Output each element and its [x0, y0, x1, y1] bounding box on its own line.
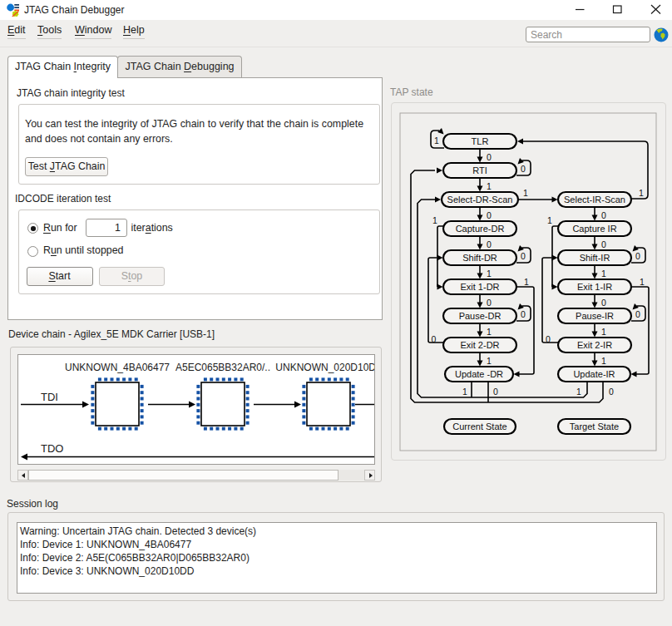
edge-shiftir-self: 0 [635, 251, 640, 261]
state-capture-ir-label: Capture IR [572, 224, 616, 234]
iterations-pre: iter [131, 222, 146, 234]
test-btn-rest: TAG Chain [55, 160, 105, 172]
stop-btn-pre: S [121, 270, 128, 282]
iterations-label: iterations [131, 222, 173, 234]
menu-window[interactable]: Window [75, 24, 111, 39]
run-until-stopped-radio[interactable] [27, 246, 38, 257]
menu-edit[interactable]: Edit [7, 24, 26, 39]
log-line: Warning: Uncertain JTAG chain. Detected … [20, 525, 656, 538]
edge-seldr-selir: 1 [523, 188, 528, 198]
session-log-area[interactable]: Warning: Uncertain JTAG chain. Detected … [17, 522, 657, 594]
run-until-rest: n until stopped [57, 244, 124, 256]
device-chain-scrollbar[interactable] [17, 470, 375, 481]
stop-btn-rest: op [131, 270, 142, 282]
state-update-dr-label: Update -DR [455, 369, 503, 379]
edge-pauseir-self: 0 [635, 309, 640, 319]
legend-target-state-label: Target State [570, 421, 619, 431]
state-select-dr-scan-label: Select-DR-Scan [447, 195, 513, 205]
edge-capdr-shiftdr: 0 [487, 239, 492, 249]
menu-help-rest: elp [131, 24, 145, 36]
state-select-ir-scan-label: Select-IR-Scan [564, 195, 625, 205]
test-btn-pre: Test [28, 160, 50, 172]
globe-icon[interactable] [654, 27, 669, 42]
window-title: JTAG Chain Debugger [24, 4, 125, 16]
scroll-right-icon [369, 473, 373, 478]
tap-state-groupbox: TLR RTI Select-DR-Scan Select-IR-Scan Ca… [391, 102, 666, 461]
tab-debugging-pre: JTAG Chain [125, 61, 184, 72]
tab-integrity-pre: JTAG Chain [15, 61, 74, 72]
edge-capir-shiftir: 0 [601, 239, 606, 249]
test-jtag-chain-button[interactable]: Test JTAG Chain [25, 157, 108, 176]
edge-exit2ir-shiftir: 0 [546, 334, 551, 344]
maximize-icon[interactable] [604, 0, 625, 20]
device-chain-section-label: Device chain - Agilex_5E MDK Carrier [US… [8, 328, 215, 340]
edge-updir-zero: 0 [609, 387, 614, 397]
tdi-label: TDI [41, 391, 58, 403]
tab-integrity-rest: ntegrity [77, 61, 111, 72]
device-chain-groupbox: UNKNOWN_4BA06477 A5EC065BB32AR0/.. UNKNO… [10, 347, 382, 482]
tab-jtag-chain-debugging[interactable]: JTAG Chain Debugging [117, 56, 242, 77]
device-chip[interactable] [196, 377, 249, 430]
edge-selir-capir: 0 [601, 210, 606, 220]
edge-selir-tlr: 1 [639, 188, 644, 198]
start-button[interactable]: Start [27, 267, 93, 286]
run-for-radio[interactable] [27, 223, 38, 234]
scroll-left-icon [22, 473, 25, 478]
state-shift-ir-label: Shift-IR [580, 253, 610, 263]
scrollbar-left-button[interactable] [17, 470, 28, 481]
title-bar: JTAG Chain Debugger [0, 0, 672, 20]
idcode-test-groupbox: Run for iterations Run until stopped Sta… [18, 209, 380, 294]
edge-updir-one: 1 [576, 387, 581, 397]
edge-pauseir-exit2ir: 1 [601, 327, 606, 337]
state-tlr-label: TLR [472, 136, 489, 146]
menu-bar: Edit Tools Window Help [0, 20, 672, 47]
state-shift-dr-label: Shift-DR [462, 253, 497, 263]
run-until-pre: R [43, 244, 51, 256]
scrollbar-right-button[interactable] [364, 470, 375, 481]
device-chip[interactable] [91, 377, 143, 430]
close-icon[interactable] [642, 0, 664, 20]
state-exit2-ir-label: Exit 2-IR [577, 340, 612, 350]
state-pause-ir-label: Pause-IR [576, 311, 614, 321]
edge-rti-self: 0 [521, 164, 526, 174]
tap-state-section-label: TAP state [390, 86, 433, 98]
minimize-icon[interactable] [566, 0, 587, 20]
device-3-name: UNKNOWN_020D10DD [275, 362, 374, 373]
tap-state-labels: TLR RTI Select-DR-Scan Select-IR-Scan Ca… [447, 136, 625, 431]
tdo-label: TDO [41, 442, 63, 455]
state-rti-label: RTI [472, 165, 487, 175]
app-icon [7, 3, 19, 17]
integrity-test-section-label: JTAG chain integrity test [17, 87, 125, 99]
menu-tools[interactable]: Tools [37, 24, 62, 39]
iterations-rest: tions [151, 222, 173, 234]
device-chips [91, 377, 354, 430]
stop-button[interactable]: Stop [99, 267, 165, 286]
start-btn-rest: tart [56, 270, 71, 282]
menu-help[interactable]: Help [123, 24, 145, 39]
device-chain-diagram: UNKNOWN_4BA06477 A5EC065BB32AR0/.. UNKNO… [18, 355, 374, 464]
edge-exit2dr-upddr: 1 [487, 356, 492, 366]
state-capture-dr-label: Capture-DR [456, 224, 505, 234]
device-2-name: A5EC065BB32AR0/.. [175, 362, 270, 373]
iterations-input[interactable] [86, 219, 127, 237]
log-line: Info: Device 3: UNKNOWN_020D10DD [20, 564, 656, 578]
device-chip[interactable] [302, 377, 354, 430]
scrollbar-thumb[interactable] [28, 470, 338, 481]
start-btn-accel: S [48, 270, 55, 282]
tap-state-diagram: TLR RTI Select-DR-Scan Select-IR-Scan Ca… [392, 103, 665, 460]
search-input[interactable] [526, 27, 650, 42]
edge-pausedr-exit2dr: 1 [487, 327, 492, 337]
tab-debugging-rest: ebugging [191, 61, 234, 72]
menu-window-rest: indow [85, 24, 112, 36]
menu-tools-rest: ools [42, 24, 62, 36]
edge-capir-exit1ir: 1 [547, 215, 552, 225]
edge-upddr-zero: 0 [493, 387, 498, 397]
session-log-section-label: Session log [7, 498, 58, 510]
edge-capdr-exit1dr: 1 [432, 215, 437, 225]
iterations-accel: a [146, 222, 151, 234]
tab-debugging-accel: D [184, 61, 191, 72]
edge-tlr-rti: 0 [487, 152, 492, 162]
menu-window-accel: W [75, 24, 85, 36]
tab-jtag-chain-integrity[interactable]: JTAG Chain Integrity [7, 56, 118, 78]
state-update-ir-label: Update-IR [573, 369, 615, 379]
